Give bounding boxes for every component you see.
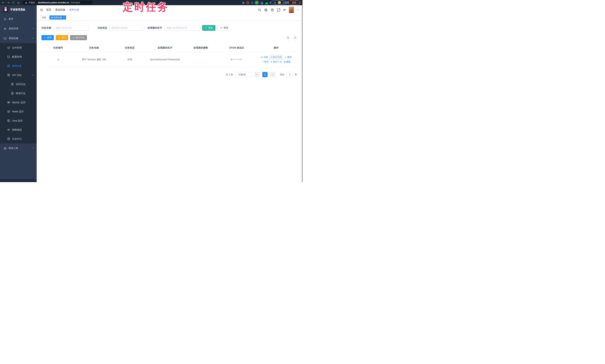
chevron-down-icon (140, 27, 143, 29)
handler-name-input[interactable] (164, 25, 200, 31)
sidebar-item-log-center[interactable]: 日志中心 (0, 134, 37, 143)
run-once-link-label: 执行一次 (273, 60, 282, 64)
exec-log-link[interactable]: 执行日志 (270, 55, 283, 59)
play-icon (271, 61, 273, 63)
sidebar-item-config-mgmt[interactable]: 配置管理 (0, 52, 37, 61)
extension-green-check-icon[interactable]: ✓ (255, 1, 258, 4)
close-icon[interactable]: × (63, 16, 64, 19)
sidebar-item-label: 首页 (9, 17, 13, 21)
bookmark-star-icon[interactable] (242, 1, 245, 4)
extension-orange-icon[interactable] (247, 1, 249, 4)
browser-back-icon[interactable] (2, 1, 5, 4)
page-size-select[interactable]: 10条/页 (236, 72, 252, 77)
browser-home-icon[interactable] (17, 1, 20, 4)
address-bar[interactable]: 不安全 dashboard.yudao.iocoder.cn/infra/job (23, 0, 93, 5)
sidebar-item-java-monitor[interactable]: Java 监控 (0, 116, 37, 125)
sidebar: 芋道管理系统 首页 系统管理 基础设施 文件管理 配置管理 (0, 5, 37, 182)
exec-log-button-label: 执行日志 (76, 36, 85, 39)
search-button[interactable]: 搜索 (202, 25, 215, 31)
font-size-icon[interactable]: tT (283, 9, 286, 11)
browser-reload-icon[interactable] (12, 1, 15, 4)
browser-scrollbar[interactable] (302, 5, 302, 182)
edit-square-icon (7, 55, 10, 58)
extension-drop-icon[interactable] (251, 1, 253, 4)
job-status-select[interactable]: 请选择任务状态 (109, 25, 144, 31)
search-icon (287, 37, 289, 39)
cell-job-id: 3 (41, 52, 75, 67)
table-row: 3 用户 Session 超时 Job 开启 sysUserSessionTim… (41, 52, 297, 67)
add-button[interactable]: 新增 (41, 35, 54, 40)
job-name-label: 任务名称 (41, 26, 51, 30)
sidebar-item-dev-tools[interactable]: 研发工具 (0, 143, 37, 153)
browser-update-button[interactable]: 更新 (292, 1, 296, 4)
toggle-search-button[interactable] (286, 36, 290, 40)
next-page-button[interactable]: > (270, 72, 276, 77)
sidebar-item-scheduled-jobs[interactable]: 定时任务 (0, 61, 37, 70)
col-cron: CRON 表达式 (218, 44, 255, 52)
fullscreen-icon[interactable] (277, 8, 280, 12)
extension-on-badge-icon[interactable]: on (264, 1, 267, 4)
detail-link-label: 详细 (263, 55, 268, 60)
col-job-id: 任务编号 (41, 44, 75, 52)
caret-down-icon[interactable] (297, 9, 299, 11)
goto-page-input[interactable] (286, 72, 293, 77)
tab-scheduled-jobs[interactable]: 定时任务 × (50, 15, 66, 20)
refresh-table-button[interactable] (293, 36, 297, 40)
document-pencil-icon (11, 83, 14, 86)
chevron-up-icon (32, 74, 34, 76)
refresh-icon (294, 37, 296, 39)
github-icon[interactable] (264, 8, 267, 12)
sidebar-item-redis-monitor[interactable]: Redis 监控 (0, 107, 37, 116)
jobs-table: 任务编号 任务名称 任务状态 处理器的名字 处理器的参数 CRON 表达式 操作… (41, 44, 297, 67)
sidebar-item-mysql-monitor[interactable]: MySQL 监控 (0, 98, 37, 107)
sidebar-item-label: 配置管理 (12, 55, 22, 59)
tab-home[interactable]: 首页 (40, 15, 48, 20)
pagination-total: 共 1 条 (226, 73, 233, 76)
exec-log-button[interactable]: 执行日志 (70, 35, 87, 40)
sidebar-item-label: 研发工具 (9, 147, 18, 150)
browser-menu-icon[interactable] (300, 1, 300, 4)
extension-grid-icon[interactable] (260, 1, 263, 4)
user-avatar[interactable] (289, 7, 294, 13)
search-icon[interactable] (258, 8, 261, 12)
briefcase-icon (4, 147, 7, 150)
export-button[interactable]: 导出 (56, 35, 68, 40)
detail-link[interactable]: 详细 (261, 55, 268, 60)
page-number-current[interactable]: 1 (262, 72, 267, 77)
search-icon (205, 27, 207, 29)
not-secure-warning-icon (25, 1, 27, 4)
delete-link[interactable]: 删除 (284, 60, 291, 64)
sidebar-item-system-mgmt[interactable]: 系统管理 (0, 24, 37, 33)
chevron-down-icon (32, 147, 34, 149)
sidebar-collapse-icon[interactable] (40, 8, 43, 12)
sidebar-item-error-log[interactable]: 错误日志 (0, 89, 37, 98)
extensions-puzzle-icon[interactable] (274, 1, 276, 4)
page-size-value: 10条/页 (238, 73, 246, 76)
not-secure-label: 不安全 (29, 1, 35, 4)
pause-link[interactable]: 暂停 (262, 60, 269, 64)
breadcrumb-infrastructure[interactable]: 基础设施 (55, 8, 65, 12)
handler-name-text: sysUserSessionTimeoutJob (149, 57, 181, 62)
sidebar-item-trace[interactable]: 链路追踪 (0, 125, 37, 134)
extension-plant-icon[interactable] (269, 1, 272, 4)
col-job-name: 任务名称 (75, 44, 113, 52)
add-button-label: 新增 (47, 36, 52, 39)
sidebar-item-file-mgmt[interactable]: 文件管理 (0, 43, 37, 52)
help-question-icon[interactable] (271, 8, 274, 12)
reset-button[interactable]: 重置 (218, 25, 231, 31)
sidebar-item-infrastructure[interactable]: 基础设施 (0, 33, 37, 43)
pagination-goto: 前往 页 (280, 72, 297, 77)
main-area: 首页 基础设施 定时任务 tT 首页 定时任务 (37, 5, 302, 182)
sidebar-item-home[interactable]: 首页 (0, 14, 37, 24)
eye-icon (7, 128, 10, 131)
breadcrumb-home[interactable]: 首页 (46, 8, 51, 12)
app-logo[interactable]: 芋道管理系统 (0, 5, 37, 14)
emoji-extension-icon[interactable] (278, 1, 281, 4)
job-name-input[interactable] (53, 25, 89, 31)
run-once-link[interactable]: 执行一次 (271, 60, 282, 64)
sidebar-item-access-log[interactable]: 访问日志 (0, 80, 37, 89)
prev-page-button[interactable]: < (254, 72, 260, 77)
edit-link[interactable]: 修改 (285, 55, 292, 60)
sidebar-item-api-log[interactable]: API 日志 (0, 70, 37, 80)
browser-forward-icon[interactable] (7, 1, 10, 4)
